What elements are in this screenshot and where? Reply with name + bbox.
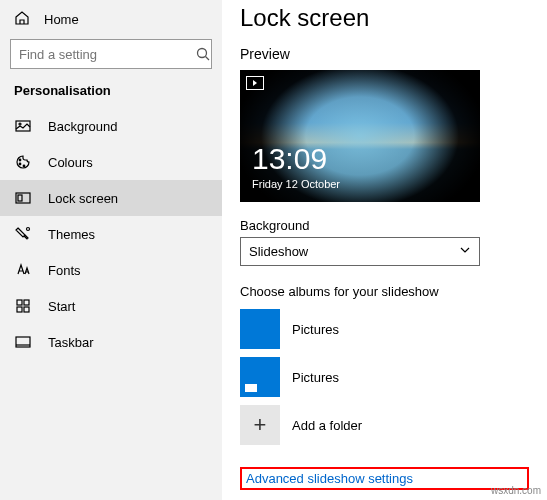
nav-label: Taskbar <box>48 335 94 350</box>
start-icon <box>14 298 32 314</box>
section-title: Personalisation <box>0 83 222 108</box>
album-label: Pictures <box>292 370 339 385</box>
page-title: Lock screen <box>240 4 529 32</box>
sidebar-item-taskbar[interactable]: Taskbar <box>0 324 222 360</box>
lock-screen-preview: 13:09 Friday 12 October <box>240 70 480 202</box>
sidebar-item-themes[interactable]: Themes <box>0 216 222 252</box>
themes-icon <box>14 226 32 242</box>
pictures-folder-tile-icon <box>240 357 280 397</box>
search-input[interactable] <box>10 39 212 69</box>
nav-label: Lock screen <box>48 191 118 206</box>
home-icon <box>14 10 30 29</box>
svg-point-9 <box>27 228 30 231</box>
lock-screen-icon <box>14 190 32 206</box>
search-field[interactable] <box>11 47 195 62</box>
album-item[interactable]: Pictures <box>240 309 529 349</box>
svg-point-5 <box>19 163 21 165</box>
album-label: Pictures <box>292 322 339 337</box>
nav-label: Themes <box>48 227 95 242</box>
svg-point-4 <box>19 159 21 161</box>
svg-point-6 <box>23 165 25 167</box>
nav-list: Background Colours Lock screen Themes Fo… <box>0 108 222 360</box>
add-folder-button[interactable]: + Add a folder <box>240 405 529 445</box>
album-item[interactable]: Pictures <box>240 357 529 397</box>
svg-rect-8 <box>18 195 22 201</box>
svg-point-3 <box>19 123 21 125</box>
sidebar-item-colours[interactable]: Colours <box>0 144 222 180</box>
nav-label: Start <box>48 299 75 314</box>
advanced-slideshow-link[interactable]: Advanced slideshow settings <box>246 471 413 486</box>
nav-label: Background <box>48 119 117 134</box>
background-label: Background <box>240 218 529 233</box>
watermark: wsxdn.com <box>491 485 541 496</box>
nav-label: Fonts <box>48 263 81 278</box>
search-icon <box>195 46 211 62</box>
svg-rect-13 <box>24 307 29 312</box>
sidebar-item-start[interactable]: Start <box>0 288 222 324</box>
palette-icon <box>14 154 32 170</box>
slideshow-icon <box>246 76 264 90</box>
sidebar-item-lock-screen[interactable]: Lock screen <box>0 180 222 216</box>
pictures-tile-icon <box>240 309 280 349</box>
svg-point-0 <box>198 49 207 58</box>
picture-icon <box>14 118 32 134</box>
background-dropdown[interactable]: Slideshow <box>240 237 480 266</box>
svg-rect-12 <box>17 307 22 312</box>
svg-line-1 <box>206 57 210 61</box>
add-folder-label: Add a folder <box>292 418 362 433</box>
sidebar-item-background[interactable]: Background <box>0 108 222 144</box>
dropdown-value: Slideshow <box>249 244 308 259</box>
taskbar-icon <box>14 334 32 350</box>
svg-rect-11 <box>24 300 29 305</box>
svg-rect-2 <box>16 121 30 131</box>
sidebar-item-fonts[interactable]: Fonts <box>0 252 222 288</box>
fonts-icon <box>14 262 32 278</box>
preview-label: Preview <box>240 46 529 62</box>
nav-label: Colours <box>48 155 93 170</box>
sidebar: Home Personalisation Background Colours … <box>0 0 222 500</box>
advanced-link-highlight: Advanced slideshow settings <box>240 467 529 490</box>
preview-time: 13:09 <box>252 142 327 176</box>
svg-rect-10 <box>17 300 22 305</box>
main-content: Lock screen Preview 13:09 Friday 12 Octo… <box>222 0 547 500</box>
chevron-down-icon <box>459 244 471 259</box>
preview-date: Friday 12 October <box>252 178 340 190</box>
albums-label: Choose albums for your slideshow <box>240 284 529 299</box>
plus-icon: + <box>240 405 280 445</box>
home-label: Home <box>44 12 79 27</box>
home-button[interactable]: Home <box>0 6 222 39</box>
